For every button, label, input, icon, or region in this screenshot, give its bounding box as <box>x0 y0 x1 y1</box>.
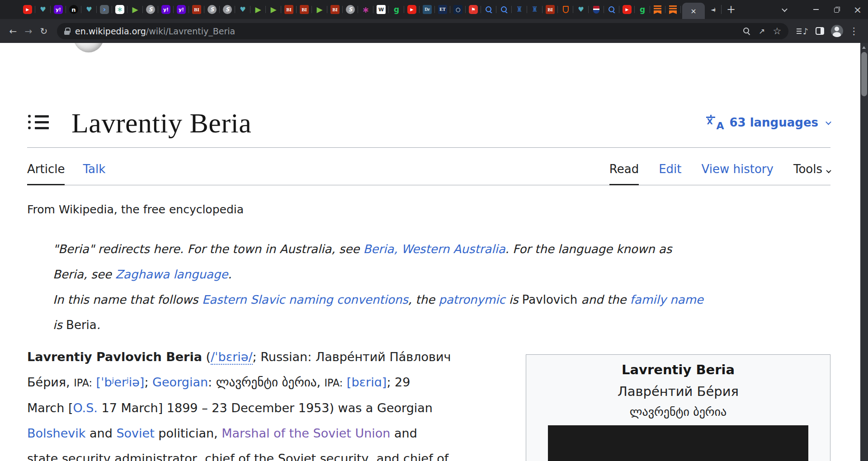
tab-edit[interactable]: Edit <box>659 161 681 185</box>
wikipedia-globe-logo[interactable] <box>74 43 104 52</box>
wiki-link[interactable]: Zaghawa language <box>115 268 228 281</box>
n-circle-tab[interactable]: n <box>66 0 81 19</box>
profile-button[interactable] <box>828 23 845 40</box>
url-path[interactable]: /wiki/Lavrentiy_Beria <box>146 26 235 36</box>
contents-list-icon[interactable] <box>28 114 49 129</box>
wiki-link[interactable]: Beria, Western Australia <box>363 242 505 256</box>
yahoo-tab[interactable]: y! <box>174 0 189 19</box>
n-circle-icon: n <box>69 5 78 14</box>
yahoo-tab[interactable]: y! <box>51 0 66 19</box>
business-insider-tab[interactable]: BI <box>542 0 558 19</box>
green-play-tab[interactable]: ▶ <box>312 0 327 19</box>
globe-icon: S <box>146 5 155 14</box>
burst-tab[interactable]: ∗ <box>358 0 373 19</box>
green-g-icon: g <box>392 5 401 14</box>
blue-crest-tab[interactable]: ♜ <box>512 0 527 19</box>
business-insider-tab[interactable]: BI <box>327 0 343 19</box>
penn-crest-tab[interactable] <box>589 0 604 19</box>
tab-view-history[interactable]: View history <box>702 161 774 185</box>
languages-button[interactable]: X A 63 languages <box>706 113 830 132</box>
tab-talk[interactable]: Talk <box>83 161 105 185</box>
text-segment <box>343 375 347 389</box>
wiki-link[interactable]: Georgian <box>152 375 208 389</box>
chevron-hex-tab[interactable]: › <box>97 0 112 19</box>
green-play-tab[interactable]: ▶ <box>250 0 266 19</box>
wiki-link[interactable]: O.S. <box>73 401 97 415</box>
window-menu-chevron[interactable] <box>774 0 795 19</box>
minimize-button[interactable] <box>806 0 826 19</box>
lock-icon[interactable] <box>64 28 70 35</box>
url-host[interactable]: en.wikipedia.org <box>75 26 146 36</box>
health-heart-tab[interactable]: ♥ <box>235 0 250 19</box>
tab-audio-speaker-icon[interactable]: ◄) <box>705 0 721 19</box>
business-insider-tab[interactable]: BI <box>281 0 297 19</box>
green-g-tab[interactable]: g <box>389 0 404 19</box>
maximize-button[interactable] <box>826 0 847 19</box>
side-panel-button[interactable] <box>811 23 828 40</box>
youtube-tab[interactable]: ▶ <box>619 0 635 19</box>
youtube-tab[interactable]: ▶ <box>404 0 420 19</box>
green-play-tab[interactable]: ▶ <box>127 0 143 19</box>
hatnote-naming: In this name that follows Eastern Slavic… <box>53 287 703 338</box>
address-bar[interactable]: en.wikipedia.org/wiki/Lavrentiy_Beria ↗ … <box>57 23 788 39</box>
globe-tab[interactable]: S <box>220 0 235 19</box>
hatnote-redirect: "Beria" redirects here. For the town in … <box>53 236 703 287</box>
orange-flag-tab[interactable] <box>650 0 665 19</box>
zoom-magnifier-icon <box>743 28 750 34</box>
infobox-russian-name: Лавре́нтий Бе́рия <box>526 384 830 399</box>
portrait-photo[interactable] <box>548 425 808 461</box>
close-window-button[interactable]: × <box>847 0 868 19</box>
reload-button[interactable]: ↻ <box>36 24 52 39</box>
health-heart-tab[interactable]: ♥ <box>81 0 97 19</box>
wiki-link[interactable]: Marshal of the Soviet Union <box>222 426 390 440</box>
health-heart-tab[interactable]: ♥ <box>573 0 589 19</box>
youtube-tab[interactable]: ▶ <box>20 0 35 19</box>
scroll-up-arrow-icon[interactable] <box>862 46 866 49</box>
share-button[interactable]: ↗ <box>754 24 769 39</box>
wiki-link[interactable]: Eastern Slavic naming conventions <box>202 293 408 306</box>
close-tab-icon[interactable]: × <box>690 7 696 15</box>
tab-read[interactable]: Read <box>609 161 639 185</box>
o-ring-tab[interactable]: ○ <box>450 0 466 19</box>
text-segment: and <box>85 426 116 440</box>
scrollbar-thumb[interactable] <box>861 52 867 96</box>
search-tab[interactable] <box>496 0 512 19</box>
page-scrollbar[interactable] <box>860 43 868 461</box>
wiki-link[interactable]: [bɛriɑ] <box>347 375 387 389</box>
orange-shield-tab[interactable] <box>558 0 573 19</box>
yahoo-tab[interactable]: y! <box>158 0 174 19</box>
red-torch-tab[interactable]: ⚑ <box>466 0 481 19</box>
et-navy-tab[interactable]: ET <box>435 0 450 19</box>
wiki-link[interactable]: patronymic <box>439 293 505 306</box>
business-insider-tab[interactable]: BI <box>189 0 204 19</box>
wiki-link[interactable]: family name <box>630 293 703 306</box>
active-tab[interactable]: × <box>682 3 705 19</box>
zoom-button[interactable] <box>739 24 754 39</box>
browser-menu-button[interactable]: ⋮ <box>845 23 863 40</box>
globe-tab[interactable]: S <box>143 0 158 19</box>
orange-flag-tab[interactable] <box>665 0 681 19</box>
search-tab[interactable] <box>481 0 496 19</box>
new-tab-button[interactable]: + <box>722 0 741 19</box>
business-insider-tab[interactable]: BI <box>297 0 312 19</box>
wiki-link[interactable]: Soviet <box>116 426 154 440</box>
tab-article[interactable]: Article <box>27 161 65 185</box>
wv-white-tab[interactable]: W <box>373 0 389 19</box>
globe-tab[interactable]: S <box>343 0 358 19</box>
bookmark-button[interactable]: ☆ <box>769 24 785 39</box>
blue-crest-tab[interactable]: ♜ <box>527 0 542 19</box>
wiki-link[interactable]: Bolshevik <box>27 426 85 440</box>
health-heart-tab[interactable]: ♥ <box>35 0 51 19</box>
tools-menu[interactable]: Tools <box>793 161 830 185</box>
green-g-tab[interactable]: g <box>635 0 650 19</box>
forward-button[interactable]: → <box>21 24 36 39</box>
dr-navy-tab[interactable]: Dr <box>420 0 435 19</box>
wiki-link[interactable]: [ˈbʲerʲiə] <box>96 375 144 389</box>
globe-tab[interactable]: S <box>204 0 220 19</box>
flower-tab[interactable]: ∗ <box>112 0 127 19</box>
back-button[interactable]: ← <box>5 24 21 39</box>
green-play-tab[interactable]: ▶ <box>266 0 281 19</box>
search-tab[interactable] <box>604 0 619 19</box>
wiki-link[interactable]: /ˈbɛriə/ <box>211 350 253 365</box>
playlist-extension-button[interactable]: ♪ <box>794 23 811 40</box>
